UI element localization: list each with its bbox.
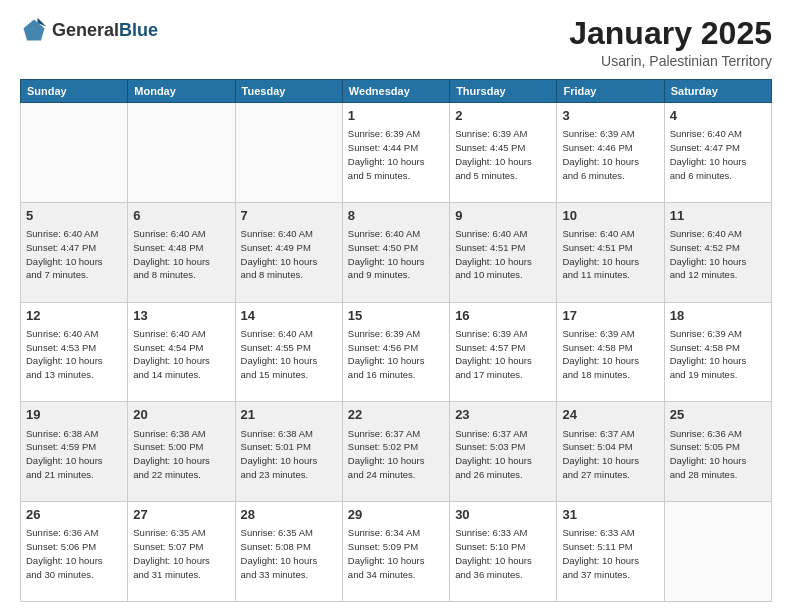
table-row: 2Sunrise: 6:39 AMSunset: 4:45 PMDaylight… [450,103,557,203]
table-row: 10Sunrise: 6:40 AMSunset: 4:51 PMDayligh… [557,202,664,302]
day-number: 15 [348,307,444,325]
day-info: Sunrise: 6:37 AMSunset: 5:02 PMDaylight:… [348,427,444,482]
day-info: Sunrise: 6:34 AMSunset: 5:09 PMDaylight:… [348,526,444,581]
day-number: 30 [455,506,551,524]
table-row: 29Sunrise: 6:34 AMSunset: 5:09 PMDayligh… [342,502,449,602]
day-number: 11 [670,207,766,225]
header: GeneralBlue January 2025 Usarin, Palesti… [20,16,772,69]
day-number: 1 [348,107,444,125]
day-info: Sunrise: 6:40 AMSunset: 4:48 PMDaylight:… [133,227,229,282]
day-info: Sunrise: 6:36 AMSunset: 5:05 PMDaylight:… [670,427,766,482]
day-number: 22 [348,406,444,424]
table-row: 7Sunrise: 6:40 AMSunset: 4:49 PMDaylight… [235,202,342,302]
header-saturday: Saturday [664,80,771,103]
logo-blue: Blue [119,20,158,40]
day-number: 28 [241,506,337,524]
day-info: Sunrise: 6:35 AMSunset: 5:07 PMDaylight:… [133,526,229,581]
day-number: 6 [133,207,229,225]
header-monday: Monday [128,80,235,103]
day-info: Sunrise: 6:36 AMSunset: 5:06 PMDaylight:… [26,526,122,581]
table-row: 30Sunrise: 6:33 AMSunset: 5:10 PMDayligh… [450,502,557,602]
day-number: 23 [455,406,551,424]
table-row: 15Sunrise: 6:39 AMSunset: 4:56 PMDayligh… [342,302,449,402]
day-number: 7 [241,207,337,225]
header-tuesday: Tuesday [235,80,342,103]
day-number: 24 [562,406,658,424]
table-row: 11Sunrise: 6:40 AMSunset: 4:52 PMDayligh… [664,202,771,302]
table-row: 4Sunrise: 6:40 AMSunset: 4:47 PMDaylight… [664,103,771,203]
weekday-header-row: Sunday Monday Tuesday Wednesday Thursday… [21,80,772,103]
table-row: 16Sunrise: 6:39 AMSunset: 4:57 PMDayligh… [450,302,557,402]
header-wednesday: Wednesday [342,80,449,103]
calendar-week-row: 5Sunrise: 6:40 AMSunset: 4:47 PMDaylight… [21,202,772,302]
table-row [21,103,128,203]
day-info: Sunrise: 6:37 AMSunset: 5:04 PMDaylight:… [562,427,658,482]
table-row: 26Sunrise: 6:36 AMSunset: 5:06 PMDayligh… [21,502,128,602]
day-number: 20 [133,406,229,424]
day-number: 14 [241,307,337,325]
day-number: 25 [670,406,766,424]
day-info: Sunrise: 6:39 AMSunset: 4:45 PMDaylight:… [455,127,551,182]
day-number: 12 [26,307,122,325]
day-number: 9 [455,207,551,225]
day-info: Sunrise: 6:33 AMSunset: 5:11 PMDaylight:… [562,526,658,581]
day-number: 5 [26,207,122,225]
calendar-week-row: 26Sunrise: 6:36 AMSunset: 5:06 PMDayligh… [21,502,772,602]
day-info: Sunrise: 6:40 AMSunset: 4:47 PMDaylight:… [26,227,122,282]
logo-text: GeneralBlue [52,20,158,41]
day-info: Sunrise: 6:35 AMSunset: 5:08 PMDaylight:… [241,526,337,581]
calendar-week-row: 19Sunrise: 6:38 AMSunset: 4:59 PMDayligh… [21,402,772,502]
day-info: Sunrise: 6:39 AMSunset: 4:57 PMDaylight:… [455,327,551,382]
day-info: Sunrise: 6:39 AMSunset: 4:58 PMDaylight:… [670,327,766,382]
day-number: 29 [348,506,444,524]
table-row: 14Sunrise: 6:40 AMSunset: 4:55 PMDayligh… [235,302,342,402]
table-row: 18Sunrise: 6:39 AMSunset: 4:58 PMDayligh… [664,302,771,402]
table-row: 22Sunrise: 6:37 AMSunset: 5:02 PMDayligh… [342,402,449,502]
table-row: 3Sunrise: 6:39 AMSunset: 4:46 PMDaylight… [557,103,664,203]
day-number: 16 [455,307,551,325]
table-row: 19Sunrise: 6:38 AMSunset: 4:59 PMDayligh… [21,402,128,502]
day-info: Sunrise: 6:38 AMSunset: 5:00 PMDaylight:… [133,427,229,482]
calendar-week-row: 12Sunrise: 6:40 AMSunset: 4:53 PMDayligh… [21,302,772,402]
table-row: 13Sunrise: 6:40 AMSunset: 4:54 PMDayligh… [128,302,235,402]
calendar-subtitle: Usarin, Palestinian Territory [569,53,772,69]
day-info: Sunrise: 6:39 AMSunset: 4:58 PMDaylight:… [562,327,658,382]
day-info: Sunrise: 6:40 AMSunset: 4:49 PMDaylight:… [241,227,337,282]
day-info: Sunrise: 6:38 AMSunset: 4:59 PMDaylight:… [26,427,122,482]
day-number: 3 [562,107,658,125]
day-info: Sunrise: 6:39 AMSunset: 4:46 PMDaylight:… [562,127,658,182]
day-number: 4 [670,107,766,125]
logo-icon [20,16,48,44]
table-row [128,103,235,203]
calendar-week-row: 1Sunrise: 6:39 AMSunset: 4:44 PMDaylight… [21,103,772,203]
table-row: 8Sunrise: 6:40 AMSunset: 4:50 PMDaylight… [342,202,449,302]
day-info: Sunrise: 6:40 AMSunset: 4:51 PMDaylight:… [455,227,551,282]
day-info: Sunrise: 6:33 AMSunset: 5:10 PMDaylight:… [455,526,551,581]
logo: GeneralBlue [20,16,158,44]
table-row [664,502,771,602]
day-number: 27 [133,506,229,524]
day-number: 10 [562,207,658,225]
header-thursday: Thursday [450,80,557,103]
day-number: 31 [562,506,658,524]
table-row: 12Sunrise: 6:40 AMSunset: 4:53 PMDayligh… [21,302,128,402]
header-sunday: Sunday [21,80,128,103]
table-row: 31Sunrise: 6:33 AMSunset: 5:11 PMDayligh… [557,502,664,602]
table-row: 1Sunrise: 6:39 AMSunset: 4:44 PMDaylight… [342,103,449,203]
header-friday: Friday [557,80,664,103]
day-number: 13 [133,307,229,325]
calendar-title: January 2025 [569,16,772,51]
calendar-table: Sunday Monday Tuesday Wednesday Thursday… [20,79,772,602]
day-number: 18 [670,307,766,325]
table-row: 28Sunrise: 6:35 AMSunset: 5:08 PMDayligh… [235,502,342,602]
day-number: 2 [455,107,551,125]
day-info: Sunrise: 6:40 AMSunset: 4:47 PMDaylight:… [670,127,766,182]
day-info: Sunrise: 6:40 AMSunset: 4:50 PMDaylight:… [348,227,444,282]
logo-general: General [52,20,119,40]
day-number: 8 [348,207,444,225]
page: GeneralBlue January 2025 Usarin, Palesti… [0,0,792,612]
table-row: 17Sunrise: 6:39 AMSunset: 4:58 PMDayligh… [557,302,664,402]
day-info: Sunrise: 6:40 AMSunset: 4:54 PMDaylight:… [133,327,229,382]
day-number: 19 [26,406,122,424]
day-info: Sunrise: 6:40 AMSunset: 4:51 PMDaylight:… [562,227,658,282]
